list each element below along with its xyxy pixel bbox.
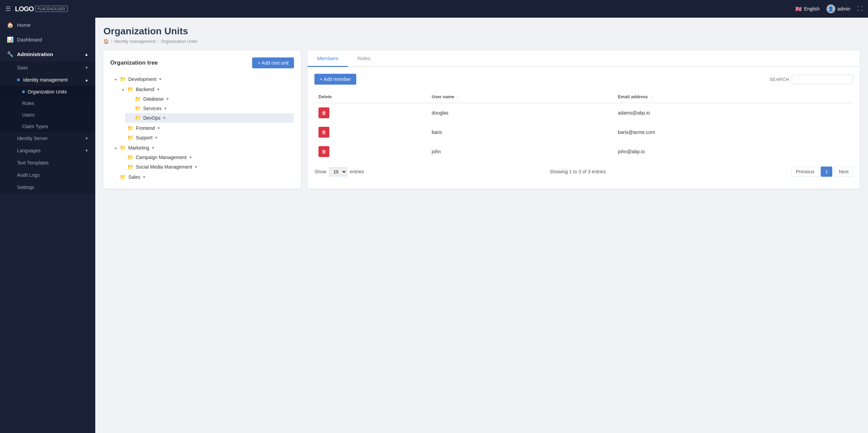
tree-row-devops[interactable]: 📁 DevOps ▼ bbox=[125, 113, 294, 123]
topbar-right: 🇬🇧 English 👤 admin ⛶ bbox=[795, 4, 863, 13]
entries-select[interactable]: 10 25 50 bbox=[329, 167, 347, 176]
delete-button-baris[interactable]: 🗑 bbox=[318, 127, 329, 138]
username-sort-icon: ↑ bbox=[457, 95, 459, 99]
sidebar-item-settings[interactable]: Settings bbox=[0, 181, 95, 193]
org-units-dot bbox=[22, 90, 25, 93]
tree-caret-database: ▼ bbox=[166, 97, 169, 101]
table-row: 🗑 baris baris@acme.com bbox=[314, 123, 853, 142]
tab-roles[interactable]: Roles bbox=[348, 51, 380, 67]
main-content: Organization Units 🏠 / Identity manageme… bbox=[95, 18, 868, 433]
col-header-username[interactable]: User name ↑ bbox=[428, 91, 614, 103]
tree-children-development: ◄ 📁 Backend ▼ 📁 Database bbox=[110, 85, 294, 142]
tree-node-marketing: ◄ 📁 Marketing ▼ 📁 Campaign Management ▼ bbox=[110, 143, 294, 172]
tree-caret-services: ▼ bbox=[164, 106, 167, 110]
sidebar-item-roles[interactable]: Roles bbox=[0, 98, 95, 109]
sidebar-dashboard-label: Dashboard bbox=[17, 37, 42, 42]
hamburger-icon[interactable]: ☰ bbox=[5, 5, 11, 13]
sidebar-item-saas[interactable]: Saas ▼ bbox=[0, 62, 95, 74]
folder-icon-social-media: 📁 bbox=[127, 164, 134, 170]
delete-button-douglas[interactable]: 🗑 bbox=[318, 107, 329, 118]
sidebar-item-audit-logs[interactable]: Audit Logs bbox=[0, 169, 95, 181]
language-label: English bbox=[804, 6, 820, 12]
user-label: admin bbox=[837, 6, 850, 12]
sidebar-saas-label: Saas bbox=[17, 65, 28, 70]
page-header: Organization Units 🏠 / Identity manageme… bbox=[103, 26, 860, 44]
sidebar-item-languages[interactable]: Languages ▼ bbox=[0, 144, 95, 157]
tree-row-frontend[interactable]: 📁 Frontend ▼ bbox=[118, 123, 294, 133]
add-member-button[interactable]: + Add member bbox=[314, 74, 356, 85]
sidebar-item-claim-types[interactable]: Claim Types bbox=[0, 121, 95, 132]
page-1-button[interactable]: 1 bbox=[821, 167, 832, 177]
saas-chevron-icon: ▼ bbox=[85, 66, 88, 70]
sidebar-languages-label: Languages bbox=[17, 148, 40, 153]
user-avatar-icon: 👤 bbox=[826, 4, 835, 13]
language-selector[interactable]: 🇬🇧 English bbox=[795, 6, 820, 12]
tree-children-backend: 📁 Database ▼ 📁 Services ▼ bbox=[118, 94, 294, 123]
tree-toggle-development: ◄ bbox=[113, 77, 118, 81]
tree-row-database[interactable]: 📁 Database ▼ bbox=[125, 94, 294, 104]
breadcrumb-sep2: / bbox=[158, 39, 159, 44]
sidebar-item-administration[interactable]: 🔧 Administration ▲ bbox=[0, 47, 95, 62]
add-root-unit-button[interactable]: + Add root unit bbox=[252, 57, 294, 68]
tree-label-devops: DevOps bbox=[143, 115, 161, 121]
table-row: 🗑 douglas adams@abp.io bbox=[314, 103, 853, 123]
tree-label-development: Development bbox=[128, 76, 157, 82]
user-menu[interactable]: 👤 admin bbox=[826, 4, 850, 13]
administration-chevron-icon: ▲ bbox=[84, 52, 88, 57]
table-cell-username-2: baris bbox=[428, 123, 614, 142]
sidebar-item-home[interactable]: 🏠 Home bbox=[0, 18, 95, 32]
show-entries: Show 10 25 50 entries bbox=[314, 167, 364, 176]
folder-icon-frontend: 📁 bbox=[127, 125, 134, 131]
logo-placeholder: PLACEHOLDER bbox=[35, 6, 68, 12]
previous-page-button[interactable]: Previous bbox=[791, 167, 819, 177]
members-toolbar: + Add member SEARCH bbox=[314, 74, 853, 85]
sidebar-identity-server-label: Identity Server bbox=[17, 136, 48, 141]
sidebar-users-label: Users bbox=[22, 112, 35, 118]
tree-row-support[interactable]: 📁 Support ▼ bbox=[118, 133, 294, 142]
showing-info: Showing 1 to 3 of 3 entries bbox=[550, 169, 606, 174]
table-cell-delete-1: 🗑 bbox=[314, 103, 428, 123]
sidebar-item-text-templates[interactable]: Text Templates bbox=[0, 157, 95, 169]
table-cell-username-3: john bbox=[428, 142, 614, 161]
topbar-left: ☰ LOGO PLACEHOLDER bbox=[5, 5, 68, 13]
tree-row-sales[interactable]: 📁 Sales ▼ bbox=[110, 172, 294, 182]
tree-panel: Organization tree + Add root unit ◄ 📁 De… bbox=[103, 51, 301, 189]
tab-members[interactable]: Members bbox=[308, 51, 348, 67]
tree-row-marketing[interactable]: ◄ 📁 Marketing ▼ bbox=[110, 143, 294, 153]
table-cell-email-2: baris@acme.com bbox=[614, 123, 853, 142]
tree-row-backend[interactable]: ◄ 📁 Backend ▼ bbox=[118, 85, 294, 94]
breadcrumb-identity-link[interactable]: Identity management bbox=[114, 39, 155, 44]
breadcrumb-home-icon[interactable]: 🏠 bbox=[103, 39, 109, 44]
tree-caret-devops: ▼ bbox=[163, 116, 166, 120]
sidebar-home-label: Home bbox=[17, 22, 31, 28]
tree-label-support: Support bbox=[136, 135, 152, 140]
tree-row-social-media[interactable]: 📁 Social Media Management ▼ bbox=[118, 162, 294, 172]
email-sort-icon: ↑ bbox=[651, 95, 653, 99]
table-header: Delete User name ↑ Email address ↑ bbox=[314, 91, 853, 103]
sidebar-item-dashboard[interactable]: 📊 Dashboard bbox=[0, 32, 95, 47]
sidebar-item-users[interactable]: Users bbox=[0, 109, 95, 121]
tree-row-services[interactable]: 📁 Services ▼ bbox=[125, 104, 294, 113]
sidebar-item-identity-management[interactable]: Identity management ▲ bbox=[0, 74, 95, 86]
sidebar-item-identity-server[interactable]: Identity Server ▼ bbox=[0, 132, 95, 144]
languages-chevron-icon: ▼ bbox=[85, 149, 88, 153]
identity-management-dot bbox=[17, 79, 20, 81]
expand-icon[interactable]: ⛶ bbox=[857, 6, 863, 12]
tree-caret-sales: ▼ bbox=[142, 175, 146, 179]
dashboard-icon: 📊 bbox=[7, 36, 14, 43]
col-header-email[interactable]: Email address ↑ bbox=[614, 91, 853, 103]
table-header-row: Delete User name ↑ Email address ↑ bbox=[314, 91, 853, 103]
logo: LOGO PLACEHOLDER bbox=[15, 5, 68, 13]
tree-row-development[interactable]: ◄ 📁 Development ▼ bbox=[110, 74, 294, 84]
folder-icon-services: 📁 bbox=[135, 105, 141, 111]
sidebar-org-units-label: Organization Units bbox=[28, 89, 67, 94]
folder-icon-database: 📁 bbox=[135, 96, 141, 102]
folder-icon-support: 📁 bbox=[127, 135, 134, 141]
content-row: Organization tree + Add root unit ◄ 📁 De… bbox=[103, 51, 860, 189]
search-input[interactable] bbox=[792, 75, 853, 84]
next-page-button[interactable]: Next bbox=[834, 167, 853, 177]
sidebar-item-org-units[interactable]: Organization Units bbox=[0, 86, 95, 98]
tree-row-campaign-management[interactable]: 📁 Campaign Management ▼ bbox=[118, 153, 294, 162]
col-header-delete: Delete bbox=[314, 91, 428, 103]
delete-button-john[interactable]: 🗑 bbox=[318, 146, 329, 157]
